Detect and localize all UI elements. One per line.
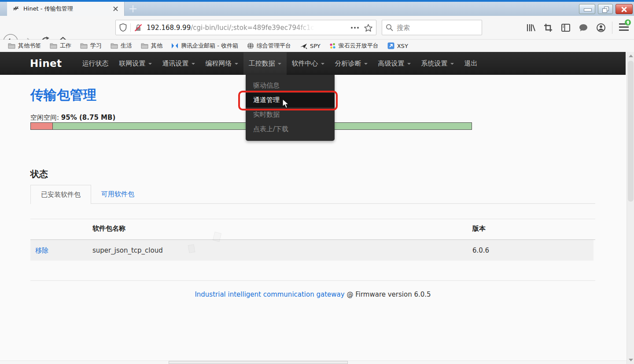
folder-icon (8, 43, 15, 49)
update-badge-icon (625, 19, 631, 26)
nav-item-logout[interactable]: 退出 (459, 52, 483, 75)
nav-item-diagnostics[interactable]: 分析诊断 (330, 52, 373, 75)
bookmark-mgmt-platform[interactable]: 综合管理平台 (247, 42, 291, 50)
folder-icon (111, 43, 118, 49)
chevron-down-icon (148, 63, 152, 65)
page-footer: Industrial intelligent communication gat… (30, 290, 595, 298)
urlbar-divider (130, 23, 131, 32)
chevron-down-icon (278, 63, 281, 65)
bookmarks-bar: 其他书签 工作 学习 生活 其他 腾讯企业邮箱 - 收件箱 (0, 40, 634, 52)
bookmark-xsy[interactable]: XSY (387, 42, 408, 49)
bookmark-ezviz[interactable]: 萤石云开放平台 (329, 42, 379, 50)
horizontal-scrollbar-thumb[interactable] (169, 361, 348, 364)
plane-icon (300, 43, 307, 49)
free-space-value: 95% (8.75 MB) (61, 114, 115, 121)
nav-item-comm-settings[interactable]: 通讯设置 (157, 52, 200, 75)
screenshot-crop-icon[interactable] (543, 22, 553, 33)
favicon-hinet-icon (12, 5, 19, 12)
bookmark-label: 生活 (121, 42, 132, 50)
sidebar-toggle-icon[interactable] (560, 22, 571, 33)
browser-toolbar: 192.168.9.99/cgi-bin/luci/;stok=489fe39e… (0, 16, 634, 40)
nav-item-system-settings[interactable]: 系统设置 (416, 52, 459, 75)
vertical-scrollbar[interactable] (627, 52, 634, 364)
mouse-cursor (282, 99, 291, 109)
url-host: 192.168.9.99 (147, 24, 191, 32)
folder-icon (80, 43, 88, 49)
nav-item-software-center[interactable]: 软件中心 (287, 52, 330, 75)
chevron-down-icon (192, 63, 195, 65)
bookmark-label: 其他书签 (18, 42, 41, 50)
insecure-lock-icon[interactable] (134, 24, 142, 32)
tab-title: Hinet - 传输包管理 (23, 5, 111, 13)
window-close-button[interactable] (616, 4, 633, 14)
tracking-shield-icon[interactable] (119, 23, 127, 32)
progress-used (31, 123, 53, 129)
column-header-package-name: 软件包名称 (92, 224, 125, 233)
url-path: /cgi-bin/luci/;stok=489fe39ec794fc1c (191, 24, 314, 32)
folder-icon (141, 43, 148, 49)
vertical-scrollbar-thumb[interactable] (628, 61, 634, 202)
brand-logo[interactable]: Hinet (30, 58, 62, 69)
nav-item-network-settings[interactable]: 联网设置 (114, 52, 157, 75)
window-restore-button[interactable] (598, 4, 613, 14)
chevron-down-icon (407, 63, 411, 65)
search-box[interactable] (382, 20, 482, 35)
messages-bubble-icon[interactable] (578, 22, 589, 33)
bookmark-star-icon[interactable] (364, 24, 372, 32)
package-version-cell: 6.0.6 (472, 246, 489, 254)
nav-item-advanced-settings[interactable]: 高级设置 (373, 52, 416, 75)
bookmark-label: 工作 (60, 42, 71, 50)
window-minimize-button[interactable] (579, 4, 595, 14)
nav-item-running-status[interactable]: 运行状态 (77, 52, 114, 75)
footer-firmware-text: @ Firmware version 6.0.5 (346, 290, 431, 298)
nav-item-programming-network[interactable]: 编程网络 (200, 52, 243, 75)
tab-installed-packages[interactable]: 已安装软件包 (30, 185, 91, 204)
column-header-version: 版本 (472, 224, 486, 233)
bookmark-label: 其他 (151, 42, 162, 50)
free-space-label: 空闲空间: (30, 114, 59, 121)
app-navbar: Hinet 运行状态 联网设置 通讯设置 编程网络 工控数据 软件中心 分析诊断… (0, 52, 626, 75)
account-icon[interactable] (596, 22, 606, 33)
free-space-text: 空闲空间: 95% (8.75 MB) (30, 114, 115, 122)
browser-window: Hinet - 传输包管理 (0, 0, 634, 364)
horizontal-scrollbar[interactable] (0, 360, 627, 364)
bookmark-label: XSY (397, 43, 408, 49)
new-tab-button[interactable] (128, 4, 139, 14)
url-bar[interactable]: 192.168.9.99/cgi-bin/luci/;stok=489fe39e… (115, 20, 376, 35)
nav-item-industrial-data[interactable]: 工控数据 (243, 52, 287, 75)
color-dots-icon (329, 43, 336, 49)
bookmark-exmail[interactable]: 腾讯企业邮箱 - 收件箱 (171, 42, 238, 50)
search-icon (386, 24, 393, 31)
bookmark-folder-other-marks[interactable]: 其他书签 (8, 42, 41, 50)
bookmark-label: 腾讯企业邮箱 - 收件箱 (181, 42, 238, 50)
chevron-down-icon (364, 63, 368, 65)
bookmark-label: SPY (310, 43, 321, 49)
dropdown-item-point-table[interactable]: 点表上/下载 (246, 122, 335, 136)
bookmark-folder-study[interactable]: 学习 (80, 42, 102, 50)
page-actions-icon[interactable] (351, 27, 359, 29)
chevron-down-icon (235, 63, 238, 65)
bookmark-folder-misc[interactable]: 其他 (141, 42, 162, 50)
browser-tab-active[interactable]: Hinet - 传输包管理 (7, 2, 125, 16)
tab-close-icon[interactable] (111, 4, 121, 14)
scroll-up-icon[interactable] (629, 55, 633, 57)
search-input[interactable] (397, 24, 467, 32)
tab-bar: Hinet - 传输包管理 (0, 2, 634, 16)
footer-gateway-link[interactable]: Industrial intelligent communication gat… (195, 290, 344, 298)
section-bottom-border (30, 280, 595, 281)
chevron-down-icon (321, 63, 324, 65)
scroll-down-icon[interactable] (629, 359, 633, 361)
bookmark-label: 综合管理平台 (257, 42, 291, 50)
bookmark-label: 学习 (90, 42, 102, 50)
page-title: 传输包管理 (30, 86, 96, 104)
bookmark-folder-life[interactable]: 生活 (111, 42, 132, 50)
tab-available-packages[interactable]: 可用软件包 (101, 185, 134, 204)
exmail-icon (171, 43, 178, 49)
library-icon[interactable] (525, 22, 536, 33)
toolbar-divider (612, 22, 612, 34)
bookmark-label: 萤石云开放平台 (339, 42, 379, 50)
remove-link[interactable]: 移除 (35, 246, 48, 255)
bookmark-folder-work[interactable]: 工作 (50, 42, 71, 50)
watermark (188, 244, 195, 253)
bookmark-spy[interactable]: SPY (300, 43, 321, 49)
